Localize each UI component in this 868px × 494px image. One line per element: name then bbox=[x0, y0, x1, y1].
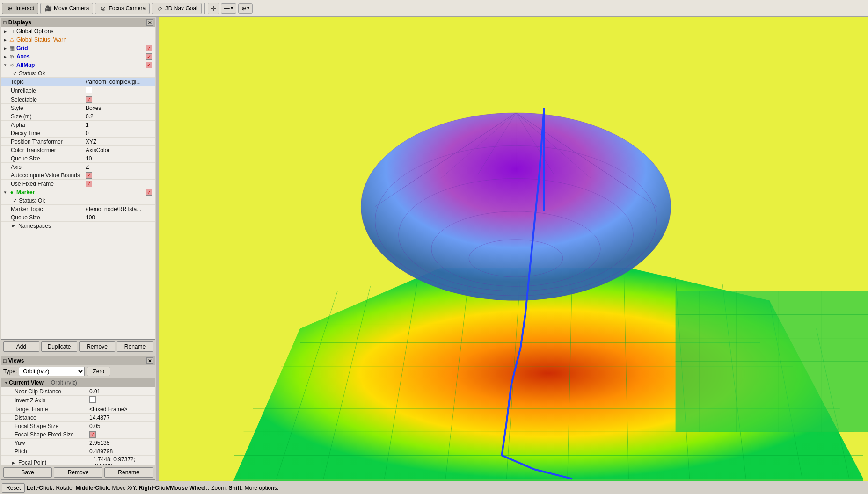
focal-shape-fixed-checkbox[interactable] bbox=[89, 431, 96, 438]
queue-size-allmap-value: 10 bbox=[86, 155, 154, 162]
namespaces-row[interactable]: ▶ Namespaces bbox=[1, 222, 155, 230]
nav-goal-icon: ◇ bbox=[156, 5, 163, 12]
focal-shape-fixed-value[interactable] bbox=[89, 431, 154, 438]
unreliable-value[interactable] bbox=[86, 87, 154, 94]
move-camera-label: Move Camera bbox=[54, 5, 89, 12]
frame-dropdown[interactable]: ⊕ ▾ bbox=[238, 3, 253, 14]
left-click-desc: Rotate. bbox=[56, 485, 75, 491]
focal-shape-size-row[interactable]: Focal Shape Size 0.05 bbox=[1, 422, 155, 430]
marker-topic-row[interactable]: Marker Topic /demo_node/RRTsta... bbox=[1, 205, 155, 213]
middle-click-desc: Move X/Y. bbox=[112, 485, 139, 491]
yaw-value: 2.95135 bbox=[89, 440, 154, 446]
move-camera-button[interactable]: 🎥 Move Camera bbox=[40, 3, 93, 14]
grid-checkbox[interactable] bbox=[146, 45, 154, 52]
autocompute-value[interactable] bbox=[86, 172, 154, 179]
views-title: Views bbox=[8, 357, 24, 364]
grid-item[interactable]: ▶ ▦ Grid bbox=[1, 44, 155, 52]
size-row[interactable]: Size (m) 0.2 bbox=[1, 112, 155, 121]
toolbar-separator bbox=[204, 3, 205, 14]
left-panel: □ Displays ✕ ▶ □ Global Options ▶ ⚠ Glob… bbox=[0, 17, 156, 481]
queue-size-marker-row[interactable]: Queue Size 100 bbox=[1, 213, 155, 222]
views-content: ▼ Current View Orbit (rviz) Near Clip Di… bbox=[1, 378, 155, 465]
views-save-button[interactable]: Save bbox=[3, 467, 52, 478]
interact-button[interactable]: ⊕ Interact bbox=[2, 3, 38, 14]
translate-button[interactable]: ✛ bbox=[208, 3, 219, 14]
allmap-arrow: ▼ bbox=[2, 62, 8, 68]
axes-checkbox[interactable] bbox=[146, 53, 154, 60]
marker-check-widget[interactable] bbox=[146, 189, 152, 196]
grid-check-widget[interactable] bbox=[146, 45, 152, 51]
use-fixed-frame-value[interactable] bbox=[86, 180, 154, 187]
pitch-row[interactable]: Pitch 0.489798 bbox=[1, 447, 155, 456]
focus-camera-button[interactable]: ◎ Focus Camera bbox=[95, 3, 150, 14]
remove-button[interactable]: Remove bbox=[79, 341, 115, 352]
allmap-item[interactable]: ▼ ≋ AllMap bbox=[1, 61, 155, 69]
decay-time-label: Decay Time bbox=[11, 130, 86, 137]
invert-z-checkbox[interactable] bbox=[89, 396, 96, 403]
nav-goal-button[interactable]: ◇ 3D Nav Goal bbox=[152, 3, 202, 14]
allmap-check-widget[interactable] bbox=[146, 62, 152, 68]
3d-viewport[interactable] bbox=[159, 17, 868, 481]
axis-dropdown[interactable]: — ▾ bbox=[221, 3, 236, 14]
focal-point-row[interactable]: ▶ Focal Point 1.7448; 0.97372; -2.0998 bbox=[1, 456, 155, 465]
position-transformer-label: Position Transformer bbox=[11, 138, 86, 145]
invert-z-value[interactable] bbox=[89, 396, 154, 404]
autocompute-row[interactable]: Autocompute Value Bounds bbox=[1, 171, 155, 180]
unreliable-checkbox[interactable] bbox=[86, 87, 92, 93]
color-transformer-row[interactable]: Color Transformer AxisColor bbox=[1, 146, 155, 154]
duplicate-button[interactable]: Duplicate bbox=[41, 341, 77, 352]
namespaces-arrow: ▶ bbox=[11, 223, 16, 229]
selectable-value[interactable] bbox=[86, 96, 154, 103]
distance-row[interactable]: Distance 14.4877 bbox=[1, 414, 155, 422]
current-view-arrow: ▼ bbox=[3, 380, 9, 385]
alpha-row[interactable]: Alpha 1 bbox=[1, 121, 155, 129]
interact-label: Interact bbox=[15, 5, 34, 12]
queue-size-allmap-row[interactable]: Queue Size 10 bbox=[1, 154, 155, 163]
position-transformer-row[interactable]: Position Transformer XYZ bbox=[1, 138, 155, 146]
add-button[interactable]: Add bbox=[3, 341, 39, 352]
autocompute-checkbox[interactable] bbox=[86, 172, 92, 179]
yaw-row[interactable]: Yaw 2.95135 bbox=[1, 439, 155, 447]
allmap-checkbox[interactable] bbox=[146, 62, 154, 69]
style-row[interactable]: Style Boxes bbox=[1, 104, 155, 112]
topic-row[interactable]: Topic /random_complex/gl... bbox=[1, 78, 155, 86]
near-clip-row[interactable]: Near Clip Distance 0.01 bbox=[1, 387, 155, 396]
displays-content: ▶ □ Global Options ▶ ⚠ Global Status: Wa… bbox=[1, 27, 155, 339]
use-fixed-frame-checkbox[interactable] bbox=[86, 181, 92, 187]
selectable-row[interactable]: Selectable bbox=[1, 95, 155, 104]
views-type-select[interactable]: Orbit (rviz) TopDownOrtho (rviz) bbox=[19, 367, 85, 376]
rename-button[interactable]: Rename bbox=[117, 341, 153, 352]
marker-item[interactable]: ▼ ● Marker bbox=[1, 188, 155, 196]
invert-z-label: Invert Z Axis bbox=[15, 397, 89, 404]
reset-button[interactable]: Reset bbox=[2, 483, 25, 493]
axes-item[interactable]: ▶ ⊕ Axes bbox=[1, 52, 155, 61]
views-rename-button[interactable]: Rename bbox=[104, 467, 153, 478]
marker-topic-label: Marker Topic bbox=[11, 206, 86, 212]
allmap-label: AllMap bbox=[16, 62, 146, 68]
target-frame-row[interactable]: Target Frame <Fixed Frame> bbox=[1, 405, 155, 414]
near-clip-label: Near Clip Distance bbox=[15, 388, 89, 395]
namespaces-label: Namespaces bbox=[18, 223, 93, 229]
global-options-item[interactable]: ▶ □ Global Options bbox=[1, 27, 155, 36]
axes-check-widget[interactable] bbox=[146, 53, 152, 60]
use-fixed-frame-row[interactable]: Use Fixed Frame bbox=[1, 180, 155, 188]
axis-row[interactable]: Axis Z bbox=[1, 163, 155, 171]
invert-z-row[interactable]: Invert Z Axis bbox=[1, 396, 155, 405]
global-options-icon: □ bbox=[8, 28, 15, 35]
views-close-button[interactable]: ✕ bbox=[146, 357, 153, 364]
displays-close-button[interactable]: ✕ bbox=[146, 19, 153, 26]
selectable-checkbox[interactable] bbox=[86, 96, 92, 103]
decay-time-row[interactable]: Decay Time 0 bbox=[1, 129, 155, 138]
focal-shape-fixed-row[interactable]: Focal Shape Fixed Size bbox=[1, 430, 155, 439]
main-toolbar: ⊕ Interact 🎥 Move Camera ◎ Focus Camera … bbox=[0, 0, 868, 17]
views-remove-button[interactable]: Remove bbox=[54, 467, 102, 478]
unreliable-row[interactable]: Unreliable bbox=[1, 86, 155, 95]
move-camera-icon: 🎥 bbox=[44, 5, 52, 12]
marker-checkbox[interactable] bbox=[146, 189, 154, 196]
global-status-item[interactable]: ▶ ⚠ Global Status: Warn bbox=[1, 36, 155, 44]
selectable-label: Selectable bbox=[11, 96, 86, 103]
zero-button[interactable]: Zero bbox=[87, 367, 110, 376]
unreliable-label: Unreliable bbox=[11, 87, 86, 94]
interact-icon: ⊕ bbox=[6, 5, 14, 12]
distance-label: Distance bbox=[15, 414, 89, 421]
